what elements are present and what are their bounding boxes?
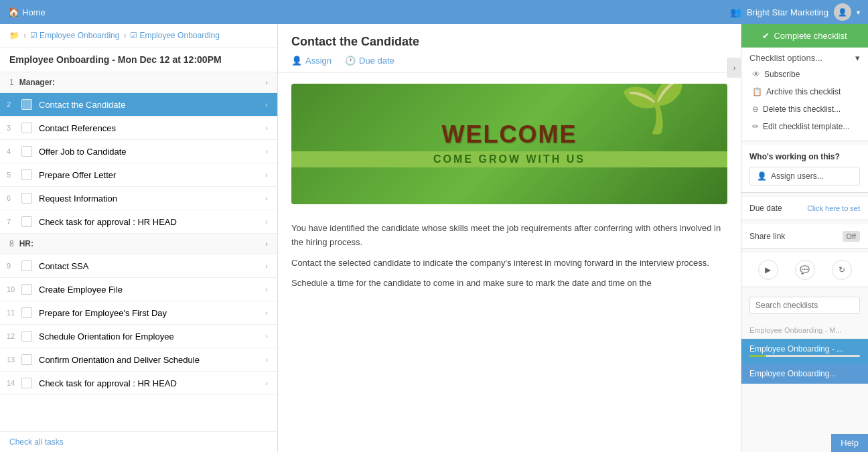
section-num-8: 8 (9, 239, 14, 248)
help-button[interactable]: Help (831, 434, 868, 452)
task-label-2: Contact the Candidate (39, 100, 265, 110)
task-checkbox-6[interactable] (21, 193, 32, 204)
search-checklists-section (741, 291, 868, 319)
chat-button[interactable]: 💬 (795, 260, 815, 280)
task-item-contact-candidate[interactable]: 2 Contact the Candidate ‹ (0, 93, 277, 117)
section-header-manager[interactable]: 1 Manager: › (0, 72, 277, 93)
due-date-row-label: Due date (749, 204, 782, 213)
task-num-7: 7 (7, 218, 21, 226)
assign-users-button[interactable]: 👤 Assign users... (749, 167, 860, 185)
task-item-check-approval-2[interactable]: 14 Check task for approval : HR HEAD › (0, 372, 277, 395)
content-para-2: Contact the selected candidate to indica… (291, 256, 727, 271)
task-num-5: 5 (7, 171, 21, 179)
check-all-tasks[interactable]: Check all tasks (0, 431, 277, 452)
task-checkbox-11[interactable] (21, 307, 32, 318)
action-icons-row: ▶ 💬 ↻ (741, 253, 868, 287)
eye-icon: 👁 (752, 70, 760, 79)
archive-icon: 📋 (752, 87, 762, 96)
task-item-request-info[interactable]: 6 Request Information › (0, 187, 277, 210)
chevron-down-icon[interactable]: ▾ (857, 9, 860, 16)
task-arrow-4: › (265, 147, 268, 155)
task-label-5: Prepare Offer Letter (39, 170, 265, 180)
users-icon: 👥 (730, 7, 741, 17)
checklist-result-bottom[interactable]: Employee Onboarding... (741, 364, 868, 384)
task-arrow-10: › (265, 285, 268, 293)
task-label-4: Offer Job to Candidate (39, 147, 265, 157)
archive-option[interactable]: 📋 Archive this checklist (749, 83, 860, 100)
right-panel: ✔ Complete checklist Checklist options..… (741, 24, 868, 452)
task-checkbox-10[interactable] (21, 284, 32, 295)
content-para-3: Schedule a time for the candidate to com… (291, 277, 727, 291)
task-item-confirm-orientation[interactable]: 13 Confirm Orientation and Deliver Sched… (0, 348, 277, 372)
task-label-3: Contact References (39, 123, 265, 133)
task-item-schedule-orientation[interactable]: 12 Schedule Orientation for Employee › (0, 325, 277, 348)
task-item-prepare-first-day[interactable]: 11 Prepare for Employee's First Day › (0, 301, 277, 325)
breadcrumb-item-2[interactable]: ☑ Employee Onboarding (130, 31, 219, 40)
task-label-11: Prepare for Employee's First Day (39, 308, 265, 318)
content-para-1: You have identified the candidate whose … (291, 222, 727, 250)
breadcrumb: 📁 › ☑ Employee Onboarding › ☑ Employee O… (0, 24, 277, 48)
task-item-prepare-offer[interactable]: 5 Prepare Offer Letter › (0, 163, 277, 187)
share-link-off-badge[interactable]: Off (843, 231, 860, 242)
task-checkbox-12[interactable] (21, 331, 32, 342)
task-checkbox-2[interactable] (21, 99, 32, 110)
checklist-options-label: Checklist options... (749, 53, 822, 63)
section-label-manager: Manager: (19, 78, 55, 87)
section-header-hr[interactable]: 8 HR: › (0, 234, 277, 254)
checkmark-icon: ✔ (762, 31, 770, 41)
complete-checklist-button[interactable]: ✔ Complete checklist (741, 24, 868, 48)
task-item-offer-job[interactable]: 4 Offer Job to Candidate › (0, 140, 277, 163)
complete-btn-label: Complete checklist (774, 31, 847, 41)
nav-left: 🏠 Home (8, 7, 46, 17)
task-arrow-6: › (265, 194, 268, 202)
task-label-9: Contact SSA (39, 261, 265, 271)
delete-icon: ⊖ (752, 104, 759, 114)
task-num-4: 4 (7, 147, 21, 155)
task-checkbox-13[interactable] (21, 354, 32, 365)
checklist-icon-2: ☑ (130, 31, 137, 40)
task-item-contact-references[interactable]: 3 Contact References › (0, 117, 277, 140)
task-item-create-employee-file[interactable]: 10 Create Employee File › (0, 278, 277, 301)
due-date-button[interactable]: 🕐 Due date (345, 56, 394, 66)
checklist-result-dimmed[interactable]: Employee Onboarding - M... (741, 322, 868, 339)
progress-bar-mini (749, 355, 860, 357)
expand-arrow-manager: › (265, 78, 268, 86)
welcome-image: 🌱 WELCOME COME GROW WITH US (291, 84, 727, 204)
task-item-contact-ssa[interactable]: 9 Contact SSA › (0, 254, 277, 278)
avatar[interactable]: 👤 (834, 3, 851, 21)
section-num-1: 1 (9, 78, 14, 87)
task-item-check-approval-1[interactable]: 7 Check task for approval : HR HEAD › (0, 210, 277, 234)
welcome-subtitle: COME GROW WITH US (291, 151, 727, 167)
task-checkbox-5[interactable] (21, 169, 32, 180)
home-button[interactable]: 🏠 Home (8, 7, 46, 17)
breadcrumb-item-1[interactable]: ☑ Employee Onboarding (30, 31, 119, 40)
task-arrow-2: ‹ (265, 100, 268, 108)
subscribe-label: Subscribe (764, 70, 800, 79)
task-num-6: 6 (7, 194, 21, 202)
task-num-3: 3 (7, 124, 21, 132)
dropdown-icon: ▾ (855, 53, 860, 63)
search-checklists-input[interactable] (749, 297, 860, 314)
left-sidebar: 📁 › ☑ Employee Onboarding › ☑ Employee O… (0, 24, 278, 452)
task-checkbox-3[interactable] (21, 123, 32, 133)
top-nav: 🏠 Home 👥 Bright Star Marketing 👤 ▾ (0, 0, 868, 24)
task-arrow-13: › (265, 356, 268, 364)
toggle-panel-button[interactable]: › (727, 58, 741, 78)
task-checkbox-14[interactable] (21, 378, 32, 388)
task-checkbox-7[interactable] (21, 216, 32, 227)
checklist-options-section: Checklist options... ▾ 👁 Subscribe 📋 Arc… (741, 48, 868, 141)
task-checkbox-9[interactable] (21, 260, 32, 271)
checklist-result-active[interactable]: Employee Onboarding - ... (741, 339, 868, 364)
delete-option[interactable]: ⊖ Delete this checklist... (749, 100, 860, 118)
due-date-set-link[interactable]: Click here to set (807, 204, 860, 212)
refresh-button[interactable]: ↻ (832, 260, 852, 280)
play-button[interactable]: ▶ (758, 260, 778, 280)
share-link-row: Share link Off (741, 224, 868, 249)
checklist-options-toggle[interactable]: Checklist options... ▾ (749, 53, 860, 63)
edit-template-option[interactable]: ✏ Edit checklist template... (749, 118, 860, 135)
task-label-6: Request Information (39, 194, 265, 204)
assign-users-label: Assign users... (771, 171, 824, 181)
assign-button[interactable]: 👤 Assign (291, 56, 332, 66)
task-checkbox-4[interactable] (21, 146, 32, 157)
subscribe-option[interactable]: 👁 Subscribe (749, 66, 860, 83)
